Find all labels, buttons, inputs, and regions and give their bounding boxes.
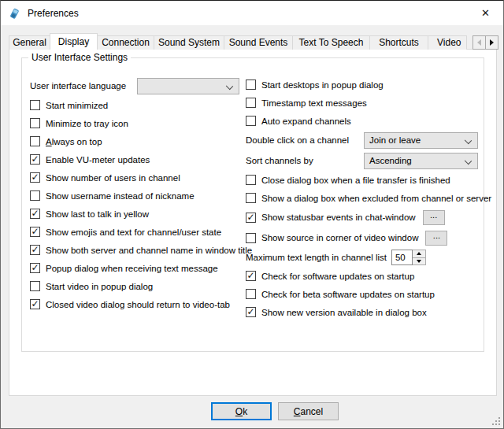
- checkbox-label: Always on top: [46, 137, 102, 146]
- tab-scroll-right-button[interactable]: [485, 35, 498, 50]
- checkbox: ✓: [30, 245, 40, 255]
- checkbox-check-beta-updates[interactable]: Check for beta software updates on start…: [246, 285, 479, 303]
- max-text-length-input[interactable]: 50: [391, 250, 413, 265]
- checkbox-start-desktops-popup[interactable]: Start desktops in popup dialog: [246, 76, 479, 94]
- checkbox-popup-dialog-text-message[interactable]: ✓ Popup dialog when receiving text messa…: [30, 259, 244, 277]
- checkbox: [30, 281, 40, 291]
- checkbox: ✓: [30, 209, 40, 219]
- checkbox: [30, 118, 40, 128]
- checkbox: ✓: [30, 227, 40, 237]
- max-text-length-label: Maximum text length in channel list: [246, 253, 387, 262]
- triangle-up-icon: [417, 252, 421, 255]
- sort-channels-value: Ascending: [369, 156, 412, 165]
- triangle-down-icon: [417, 260, 421, 263]
- chevron-down-icon: [465, 136, 472, 143]
- max-text-length-spinner: 50: [391, 250, 426, 265]
- language-combobox[interactable]: [137, 78, 239, 94]
- tab-sound-events[interactable]: Sound Events: [224, 35, 293, 50]
- video-source-options-button[interactable]: ...: [425, 231, 447, 246]
- tab-scroll-left-button[interactable]: [472, 35, 486, 50]
- checkbox-show-emojis[interactable]: ✓ Show emojis and text for channel/user …: [30, 223, 244, 241]
- ok-button[interactable]: Ok: [211, 402, 272, 420]
- app-icon: [8, 6, 21, 20]
- checkbox-label: Check for beta software updates on start…: [261, 290, 435, 299]
- checkbox-label: Closed video dialog should return to vid…: [46, 300, 230, 309]
- tab-general[interactable]: General: [9, 35, 50, 50]
- checkbox: [246, 80, 256, 90]
- spinner-up-button[interactable]: [413, 250, 425, 258]
- checkbox: ✓: [30, 263, 40, 273]
- checkbox-minimize-to-tray[interactable]: Minimize to tray icon: [30, 114, 244, 132]
- tab-sound-system[interactable]: Sound System: [154, 35, 224, 50]
- checkbox: ✓: [30, 172, 40, 183]
- checkbox: [246, 289, 256, 299]
- tab-text-to-speech[interactable]: Text To Speech: [292, 35, 370, 50]
- tab-strip: General Display Connection Sound System …: [9, 33, 466, 50]
- title-bar[interactable]: Preferences ✕: [1, 1, 503, 25]
- tab-scroller: [473, 35, 498, 50]
- checkbox: ✓: [246, 307, 256, 317]
- checkbox-show-dialog-excluded[interactable]: Show a dialog box when excluded from cha…: [246, 189, 479, 207]
- preferences-dialog: Preferences ✕ General Display Connection…: [0, 0, 504, 429]
- tab-shortcuts[interactable]: Shortcuts: [369, 35, 428, 50]
- checkbox: ✓: [30, 299, 40, 309]
- checkbox-label: Show emojis and text for channel/user st…: [46, 227, 221, 237]
- double-click-combobox[interactable]: Join or leave: [364, 132, 478, 149]
- checkbox-label: Enable VU-meter updates: [46, 155, 150, 165]
- checkbox-label: Show username instead of nickname: [46, 191, 195, 201]
- checkbox-label: Start desktops in popup dialog: [261, 80, 384, 90]
- checkbox-timestamp-messages[interactable]: Timestamp text messages: [246, 94, 479, 112]
- checkbox-label: Start minimized: [46, 101, 108, 110]
- checkbox-enable-vu-meter[interactable]: ✓ Enable VU-meter updates: [30, 150, 244, 168]
- close-icon[interactable]: ✕: [468, 1, 503, 25]
- checkbox-label: Show new version available in dialog box: [261, 308, 427, 317]
- checkbox-start-minimized[interactable]: Start minimized: [30, 96, 244, 114]
- checkbox-always-on-top[interactable]: Always on top: [30, 132, 244, 150]
- checkbox-close-dialog-file-transfer[interactable]: Close dialog box when a file transfer is…: [246, 171, 479, 189]
- double-click-row: Double click on a channel Join or leave: [246, 130, 479, 150]
- checkbox: [246, 175, 256, 185]
- checkbox: ✓: [30, 154, 40, 165]
- checkbox-show-server-channel-title[interactable]: ✓ Show both server and channel name in w…: [30, 241, 244, 259]
- checkbox: [246, 98, 256, 108]
- right-column: Start desktops in popup dialog Timestamp…: [246, 76, 479, 321]
- double-click-label: Double click on a channel: [246, 135, 364, 145]
- checkbox-label: Show last to talk in yellow: [46, 209, 149, 219]
- checkbox: [30, 136, 40, 146]
- cancel-button-label: Cancel: [294, 406, 323, 417]
- checkbox-show-last-to-talk[interactable]: ✓ Show last to talk in yellow: [30, 205, 244, 223]
- double-click-value: Join or leave: [369, 135, 421, 145]
- tab-video[interactable]: Video: [428, 35, 467, 50]
- checkbox-show-number-of-users[interactable]: ✓ Show number of users in channel: [30, 168, 244, 187]
- checkbox-label: Popup dialog when receiving text message: [46, 264, 218, 273]
- arrow-left-icon: [477, 39, 481, 46]
- checkbox: [30, 190, 40, 201]
- checkbox-show-username[interactable]: Show username instead of nickname: [30, 187, 244, 205]
- chevron-down-icon: [226, 82, 233, 89]
- checkbox-closed-video-return[interactable]: ✓ Closed video dialog should return to v…: [30, 295, 244, 313]
- checkbox[interactable]: ✓: [246, 213, 256, 223]
- checkbox-label: Show statusbar events in chat-window: [261, 213, 416, 222]
- checkbox-label: Show source in corner of video window: [261, 233, 418, 242]
- sort-channels-combobox[interactable]: Ascending: [364, 153, 478, 169]
- spinner-down-button[interactable]: [413, 258, 425, 265]
- user-interface-settings-group: User Interface Settings User interface l…: [21, 57, 484, 352]
- resize-grip[interactable]: [491, 416, 501, 426]
- checkbox-start-video-popup[interactable]: Start video in popup dialog: [30, 277, 244, 295]
- spinner-buttons: [413, 250, 426, 265]
- checkbox[interactable]: [246, 233, 256, 243]
- checkbox-label: Show number of users in channel: [46, 173, 180, 183]
- checkbox-show-new-version[interactable]: ✓ Show new version available in dialog b…: [246, 303, 479, 321]
- cancel-button[interactable]: Cancel: [278, 402, 339, 420]
- checkbox-auto-expand-channels[interactable]: Auto expand channels: [246, 112, 479, 130]
- tab-display[interactable]: Display: [50, 33, 98, 50]
- checkbox-label: Auto expand channels: [261, 116, 351, 126]
- checkbox-label: Minimize to tray icon: [46, 119, 128, 128]
- statusbar-events-options-button[interactable]: ...: [423, 210, 445, 225]
- statusbar-events-row: ✓ Show statusbar events in chat-window .…: [246, 207, 479, 227]
- checkbox-label: Show a dialog box when excluded from cha…: [261, 194, 491, 203]
- checkbox: ✓: [246, 271, 256, 281]
- tab-connection[interactable]: Connection: [97, 35, 154, 50]
- checkbox-check-updates[interactable]: ✓ Check for software updates on startup: [246, 267, 479, 285]
- arrow-right-icon: [490, 39, 494, 46]
